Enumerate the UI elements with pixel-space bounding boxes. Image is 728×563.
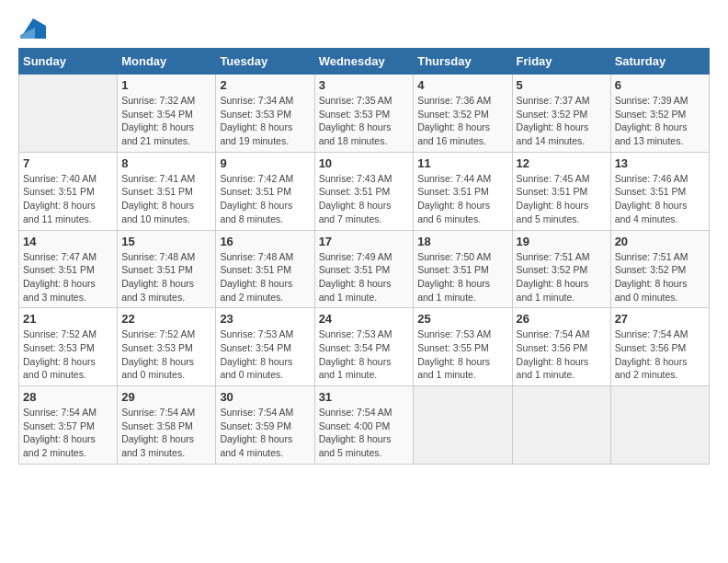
day-number: 28 <box>23 390 113 404</box>
column-header-friday: Friday <box>512 49 610 75</box>
day-info: Sunrise: 7:34 AM Sunset: 3:53 PM Dayligh… <box>220 94 310 148</box>
day-number: 21 <box>23 312 113 326</box>
calendar-cell: 23Sunrise: 7:53 AM Sunset: 3:54 PM Dayli… <box>216 308 314 386</box>
day-info: Sunrise: 7:54 AM Sunset: 3:58 PM Dayligh… <box>121 406 211 460</box>
day-number: 30 <box>220 390 310 404</box>
day-number: 6 <box>615 78 705 92</box>
calendar-body: 1Sunrise: 7:32 AM Sunset: 3:54 PM Daylig… <box>19 75 710 465</box>
day-info: Sunrise: 7:36 AM Sunset: 3:52 PM Dayligh… <box>417 94 507 148</box>
day-info: Sunrise: 7:49 AM Sunset: 3:51 PM Dayligh… <box>319 250 410 304</box>
day-number: 23 <box>220 312 310 326</box>
calendar-cell: 7Sunrise: 7:40 AM Sunset: 3:51 PM Daylig… <box>19 152 118 230</box>
day-info: Sunrise: 7:51 AM Sunset: 3:52 PM Dayligh… <box>517 250 607 304</box>
column-header-monday: Monday <box>118 49 216 75</box>
day-number: 11 <box>417 156 507 170</box>
calendar-week-2: 7Sunrise: 7:40 AM Sunset: 3:51 PM Daylig… <box>19 152 710 230</box>
calendar-cell: 26Sunrise: 7:54 AM Sunset: 3:56 PM Dayli… <box>512 308 610 386</box>
day-info: Sunrise: 7:54 AM Sunset: 3:57 PM Dayligh… <box>23 406 113 460</box>
day-info: Sunrise: 7:40 AM Sunset: 3:51 PM Dayligh… <box>23 172 113 226</box>
day-info: Sunrise: 7:52 AM Sunset: 3:53 PM Dayligh… <box>23 327 113 382</box>
day-number: 18 <box>417 235 507 248</box>
day-number: 22 <box>121 312 211 326</box>
column-header-tuesday: Tuesday <box>216 49 314 75</box>
day-info: Sunrise: 7:37 AM Sunset: 3:52 PM Dayligh… <box>517 94 607 148</box>
day-number: 4 <box>417 78 507 92</box>
calendar-cell: 12Sunrise: 7:45 AM Sunset: 3:51 PM Dayli… <box>512 152 610 230</box>
column-header-saturday: Saturday <box>610 49 709 75</box>
day-number: 8 <box>121 156 211 170</box>
day-info: Sunrise: 7:42 AM Sunset: 3:51 PM Dayligh… <box>220 172 310 226</box>
calendar-cell: 4Sunrise: 7:36 AM Sunset: 3:52 PM Daylig… <box>414 75 512 153</box>
day-number: 10 <box>319 156 410 170</box>
calendar-cell: 27Sunrise: 7:54 AM Sunset: 3:56 PM Dayli… <box>610 308 709 386</box>
calendar-cell: 20Sunrise: 7:51 AM Sunset: 3:52 PM Dayli… <box>610 230 709 308</box>
calendar-week-1: 1Sunrise: 7:32 AM Sunset: 3:54 PM Daylig… <box>19 75 710 153</box>
calendar-cell: 15Sunrise: 7:48 AM Sunset: 3:51 PM Dayli… <box>118 230 216 308</box>
calendar-cell: 16Sunrise: 7:48 AM Sunset: 3:51 PM Dayli… <box>216 230 314 308</box>
calendar-cell: 5Sunrise: 7:37 AM Sunset: 3:52 PM Daylig… <box>512 75 610 153</box>
calendar-cell: 31Sunrise: 7:54 AM Sunset: 4:00 PM Dayli… <box>314 386 414 465</box>
calendar-cell: 22Sunrise: 7:52 AM Sunset: 3:53 PM Dayli… <box>118 308 216 386</box>
calendar-cell: 9Sunrise: 7:42 AM Sunset: 3:51 PM Daylig… <box>216 152 314 230</box>
day-number: 15 <box>121 235 211 248</box>
calendar-cell: 8Sunrise: 7:41 AM Sunset: 3:51 PM Daylig… <box>118 152 216 230</box>
calendar-cell: 25Sunrise: 7:53 AM Sunset: 3:55 PM Dayli… <box>414 308 512 386</box>
page-header <box>18 18 710 39</box>
calendar-cell <box>512 386 610 465</box>
calendar-cell: 10Sunrise: 7:43 AM Sunset: 3:51 PM Dayli… <box>314 152 414 230</box>
calendar-cell: 21Sunrise: 7:52 AM Sunset: 3:53 PM Dayli… <box>19 308 118 386</box>
column-header-thursday: Thursday <box>414 49 512 75</box>
day-info: Sunrise: 7:47 AM Sunset: 3:51 PM Dayligh… <box>23 250 113 304</box>
day-info: Sunrise: 7:45 AM Sunset: 3:51 PM Dayligh… <box>517 172 607 226</box>
calendar-cell: 24Sunrise: 7:53 AM Sunset: 3:54 PM Dayli… <box>314 308 414 386</box>
logo-icon <box>20 18 46 39</box>
day-number: 5 <box>517 78 607 92</box>
day-info: Sunrise: 7:44 AM Sunset: 3:51 PM Dayligh… <box>417 172 507 226</box>
day-info: Sunrise: 7:50 AM Sunset: 3:51 PM Dayligh… <box>417 250 507 304</box>
calendar-cell: 30Sunrise: 7:54 AM Sunset: 3:59 PM Dayli… <box>216 386 314 465</box>
day-number: 16 <box>220 235 310 248</box>
day-info: Sunrise: 7:46 AM Sunset: 3:51 PM Dayligh… <box>615 172 705 226</box>
day-info: Sunrise: 7:53 AM Sunset: 3:54 PM Dayligh… <box>220 327 310 382</box>
calendar-week-5: 28Sunrise: 7:54 AM Sunset: 3:57 PM Dayli… <box>19 386 710 465</box>
calendar-header-row: SundayMondayTuesdayWednesdayThursdayFrid… <box>19 49 710 75</box>
calendar-cell: 28Sunrise: 7:54 AM Sunset: 3:57 PM Dayli… <box>19 386 118 465</box>
calendar-cell: 13Sunrise: 7:46 AM Sunset: 3:51 PM Dayli… <box>610 152 709 230</box>
calendar-week-3: 14Sunrise: 7:47 AM Sunset: 3:51 PM Dayli… <box>19 230 710 308</box>
day-info: Sunrise: 7:53 AM Sunset: 3:55 PM Dayligh… <box>417 327 507 382</box>
calendar-cell: 3Sunrise: 7:35 AM Sunset: 3:53 PM Daylig… <box>314 75 414 153</box>
day-info: Sunrise: 7:54 AM Sunset: 4:00 PM Dayligh… <box>319 406 410 460</box>
calendar-week-4: 21Sunrise: 7:52 AM Sunset: 3:53 PM Dayli… <box>19 308 710 386</box>
calendar-cell: 14Sunrise: 7:47 AM Sunset: 3:51 PM Dayli… <box>19 230 118 308</box>
calendar-table: SundayMondayTuesdayWednesdayThursdayFrid… <box>18 48 710 465</box>
day-number: 27 <box>615 312 705 326</box>
logo <box>18 18 46 39</box>
day-number: 26 <box>517 312 607 326</box>
day-info: Sunrise: 7:53 AM Sunset: 3:54 PM Dayligh… <box>319 327 410 382</box>
calendar-cell <box>610 386 709 465</box>
calendar-cell: 19Sunrise: 7:51 AM Sunset: 3:52 PM Dayli… <box>512 230 610 308</box>
calendar-cell: 1Sunrise: 7:32 AM Sunset: 3:54 PM Daylig… <box>118 75 216 153</box>
day-info: Sunrise: 7:54 AM Sunset: 3:56 PM Dayligh… <box>615 327 705 382</box>
day-info: Sunrise: 7:51 AM Sunset: 3:52 PM Dayligh… <box>615 250 705 304</box>
day-number: 24 <box>319 312 410 326</box>
day-number: 19 <box>517 235 607 248</box>
day-number: 12 <box>517 156 607 170</box>
day-info: Sunrise: 7:48 AM Sunset: 3:51 PM Dayligh… <box>121 250 211 304</box>
calendar-cell: 6Sunrise: 7:39 AM Sunset: 3:52 PM Daylig… <box>610 75 709 153</box>
calendar-cell <box>19 75 118 153</box>
day-number: 3 <box>319 78 410 92</box>
day-number: 13 <box>615 156 705 170</box>
day-info: Sunrise: 7:48 AM Sunset: 3:51 PM Dayligh… <box>220 250 310 304</box>
day-info: Sunrise: 7:39 AM Sunset: 3:52 PM Dayligh… <box>615 94 705 148</box>
day-number: 31 <box>319 390 410 404</box>
calendar-cell: 11Sunrise: 7:44 AM Sunset: 3:51 PM Dayli… <box>414 152 512 230</box>
day-number: 25 <box>417 312 507 326</box>
day-info: Sunrise: 7:52 AM Sunset: 3:53 PM Dayligh… <box>121 327 211 382</box>
day-number: 29 <box>121 390 211 404</box>
day-number: 9 <box>220 156 310 170</box>
day-number: 7 <box>23 156 113 170</box>
calendar-cell: 17Sunrise: 7:49 AM Sunset: 3:51 PM Dayli… <box>314 230 414 308</box>
day-number: 14 <box>23 235 113 248</box>
day-info: Sunrise: 7:35 AM Sunset: 3:53 PM Dayligh… <box>319 94 410 148</box>
